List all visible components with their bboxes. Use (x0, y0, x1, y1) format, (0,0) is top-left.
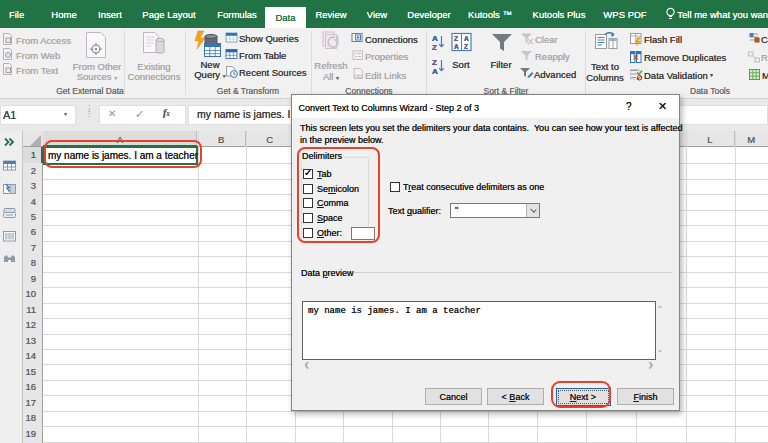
svg-text:A: A (454, 43, 459, 50)
svg-text:Z: Z (432, 43, 437, 52)
svg-text:Z: Z (464, 43, 468, 50)
svg-text:Z: Z (454, 35, 458, 42)
svg-text:A: A (464, 35, 469, 42)
svg-text:A: A (432, 67, 438, 76)
